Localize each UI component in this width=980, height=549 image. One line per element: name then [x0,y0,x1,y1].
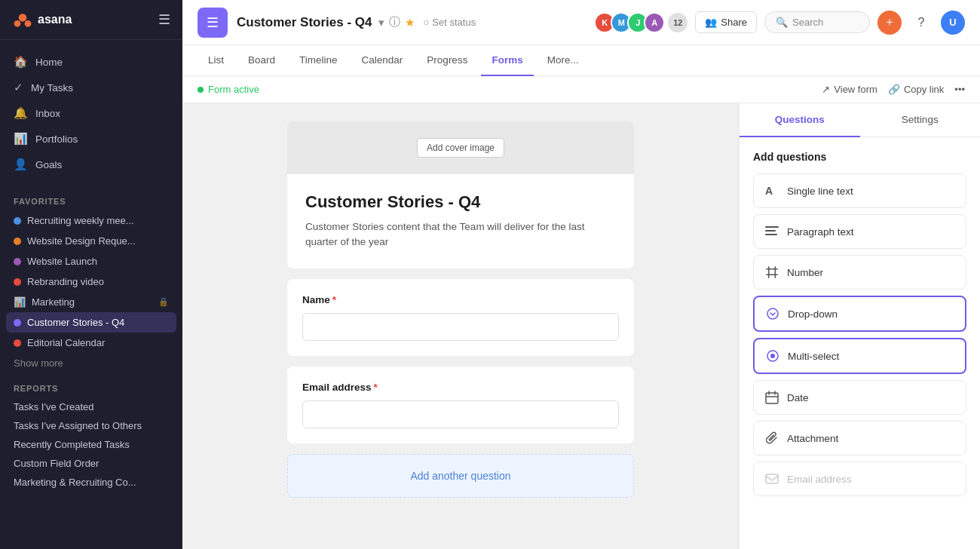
date-icon [764,390,779,405]
form-title: Customer Stories - Q4 [305,192,616,212]
question-type-multiselect[interactable]: Multi-select [753,338,966,374]
svg-rect-6 [765,234,777,235]
sidebar-item-portfolios[interactable]: 📊 Portfolios [6,126,176,152]
sidebar-item-customer-stories[interactable]: Customer Stories - Q4 ••• [6,312,176,333]
topbar-right: K M J A 12 👥 Share 🔍 Search ＋ ? U [594,11,965,35]
fav-dot [14,319,21,327]
report-custom-field[interactable]: Custom Field Order [6,454,176,473]
copy-link-button[interactable]: 🔗 Copy link [888,84,944,95]
fav-label: Recruiting weekly mee... [27,215,134,226]
svg-rect-14 [766,393,778,403]
tab-more[interactable]: More... [537,45,590,76]
question-type-email[interactable]: Email address [753,462,966,496]
bar-chart-icon: 📊 [14,296,26,308]
question-type-number[interactable]: Number [753,255,966,290]
tab-list[interactable]: List [198,45,234,76]
sidebar-item-website-launch[interactable]: Website Launch [6,251,176,271]
sidebar-item-goals[interactable]: 👤 Goals [6,152,176,177]
svg-point-2 [25,20,32,27]
goals-icon: 👤 [14,158,28,171]
svg-rect-7 [768,266,770,278]
sidebar-item-inbox-label: Inbox [35,108,60,119]
dropdown-icon [765,306,780,321]
set-status-button[interactable]: ○ Set status [424,17,476,28]
fav-dot [14,258,21,265]
field-name-input[interactable] [302,313,619,341]
field-name-label: Name * [302,294,619,305]
report-tasks-assigned[interactable]: Tasks I've Assigned to Others [6,416,176,435]
sidebar-item-recruiting[interactable]: Recruiting weekly mee... [6,210,176,231]
tab-timeline[interactable]: Timeline [289,45,348,76]
question-type-single-line[interactable]: A Single line text [753,173,966,208]
sidebar-item-home-label: Home [35,57,63,68]
svg-rect-5 [765,230,776,232]
asana-logo[interactable]: asana [12,9,72,30]
fav-dot [14,339,21,347]
fav-dot [14,217,21,225]
panel-tab-questions[interactable]: Questions [740,103,860,137]
info-icon[interactable]: ⓘ [389,15,400,29]
project-icon: ☰ [198,8,228,38]
help-button[interactable]: ? [909,11,933,35]
sidebar-item-inbox[interactable]: 🔔 Inbox [6,100,176,126]
avatar-4: A [644,12,665,33]
add-button[interactable]: ＋ [877,11,902,35]
green-dot-icon [198,87,204,93]
nav-tabs: List Board Timeline Calendar Progress Fo… [182,45,980,76]
add-question-button[interactable]: Add another question [287,454,634,498]
question-type-date[interactable]: Date [753,380,966,415]
sidebar-item-editorial[interactable]: Editorial Calendar [6,333,176,353]
tab-board[interactable]: Board [237,45,286,76]
form-active-badge: Form active [198,84,259,95]
panel-tabs: Questions Settings [740,103,980,137]
asana-logo-text: asana [38,13,72,26]
question-type-dropdown[interactable]: Drop-down [753,296,966,332]
question-type-label: Attachment [787,433,838,444]
question-type-label: Single line text [787,186,853,197]
chevron-down-icon[interactable]: ▾ [378,16,384,29]
asana-logo-icon [12,9,33,30]
share-button[interactable]: 👥 Share [695,11,757,33]
cover-image-area[interactable]: Add cover image [287,121,634,174]
sidebar-item-website-design[interactable]: Website Design Reque... [6,231,176,251]
search-input[interactable]: 🔍 Search [764,11,870,33]
question-type-attachment[interactable]: Attachment [753,421,966,455]
reports-section-title: Reports [0,373,182,397]
form-header-card: Customer Stories - Q4 Customer Stories c… [287,174,634,268]
tab-calendar[interactable]: Calendar [351,45,414,76]
user-avatar[interactable]: U [941,11,965,35]
panel-tab-settings[interactable]: Settings [860,103,981,137]
tab-progress[interactable]: Progress [416,45,478,76]
sidebar-item-rebranding[interactable]: Rebranding video [6,271,176,292]
add-questions-title: Add questions [753,151,966,163]
home-icon: 🏠 [14,55,28,69]
question-type-paragraph[interactable]: Paragraph text [753,214,966,249]
svg-point-1 [14,20,21,27]
fav-label: Editorial Calendar [27,337,105,348]
sidebar-header: asana ☰ [0,0,182,40]
add-cover-image-button[interactable]: Add cover image [417,138,504,158]
tab-forms[interactable]: Forms [481,45,533,76]
email-icon [764,471,779,486]
avatar-count: 12 [668,13,688,32]
view-form-button[interactable]: ↗ View form [822,84,877,95]
star-icon[interactable]: ★ [405,16,415,29]
avatar-group: K M J A 12 [594,12,688,33]
svg-point-13 [770,354,775,358]
report-recently-completed[interactable]: Recently Completed Tasks [6,435,176,454]
sidebar-item-home[interactable]: 🏠 Home [6,49,176,75]
report-tasks-created[interactable]: Tasks I've Created [6,397,176,416]
sidebar-item-marketing[interactable]: 📊 Marketing 🔒 [6,292,176,312]
sidebar-toggle-icon[interactable]: ☰ [158,11,170,28]
add-question-label: Add another question [410,470,510,482]
external-link-icon: ↗ [822,84,830,95]
fav-label: Website Design Reque... [27,235,136,247]
circle-icon: ○ [424,17,430,28]
fav-dot [14,238,21,245]
project-title: Customer Stories - Q4 [237,15,372,30]
show-more-button[interactable]: Show more [0,353,182,373]
more-options-button[interactable]: ••• [954,84,965,95]
report-marketing-recruiting[interactable]: Marketing & Recruiting Co... [6,473,176,492]
sidebar-item-mytasks[interactable]: ✓ My Tasks [6,75,176,100]
field-email-input[interactable] [302,400,619,428]
